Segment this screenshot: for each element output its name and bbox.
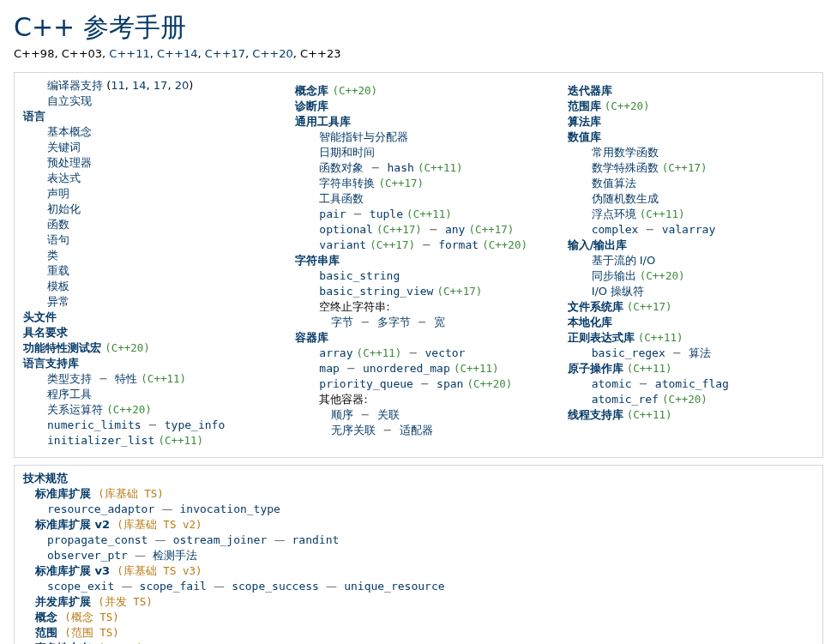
link-wide[interactable]: 宽 <box>434 316 445 328</box>
link-type-info[interactable]: type_info <box>165 418 225 431</box>
heading-headers[interactable]: 头文件 <box>23 310 57 323</box>
heading-named-req[interactable]: 具名要求 <box>23 326 68 339</box>
link-rel-ops[interactable]: 关系运算符 <box>47 403 103 416</box>
link-vector[interactable]: vector <box>425 346 465 359</box>
link-tuple[interactable]: tuple <box>370 208 403 220</box>
link-unique-resource[interactable]: unique_resource <box>344 580 444 593</box>
link-valarray[interactable]: valarray <box>662 223 716 236</box>
link-propagate-const[interactable]: propagate_const <box>47 533 148 546</box>
heading-iterators[interactable]: 迭代器库 <box>568 84 612 97</box>
link-common-math[interactable]: 常用数学函数 <box>592 146 659 159</box>
link-expressions[interactable]: 表达式 <box>47 172 81 184</box>
heading-algorithms[interactable]: 算法库 <box>568 115 601 128</box>
heading-localization[interactable]: 本地化库 <box>568 316 612 328</box>
heading-utilities[interactable]: 通用工具库 <box>295 115 351 128</box>
heading-diagnostics[interactable]: 诊断库 <box>295 99 328 112</box>
link-freestanding[interactable]: 自立实现 <box>47 94 92 107</box>
heading-feature-macros[interactable]: 功能特性测试宏 <box>23 341 101 354</box>
link-preprocessor[interactable]: 预处理器 <box>47 156 92 169</box>
heading-ranges[interactable]: 范围库 <box>568 99 601 112</box>
link-numeric-limits[interactable]: numeric_limits <box>47 418 142 431</box>
heading-lib-ext-v3[interactable]: 标准库扩展 v3 <box>35 564 110 577</box>
link-variant[interactable]: variant <box>319 238 366 251</box>
link-unordered[interactable]: 无序关联 <box>331 424 376 436</box>
heading-atomic[interactable]: 原子操作库 <box>568 362 623 375</box>
link-priority-queue[interactable]: priority_queue <box>319 377 413 390</box>
link-ostream-joiner[interactable]: ostream_joiner <box>173 533 268 546</box>
link-overloading[interactable]: 重载 <box>47 264 69 277</box>
link-atomic-ref[interactable]: atomic_ref <box>592 393 659 406</box>
link-exceptions[interactable]: 异常 <box>47 295 69 308</box>
link-function-objects[interactable]: 函数对象 <box>319 161 364 174</box>
std-cpp11[interactable]: C++11 <box>109 47 149 60</box>
std-cpp17[interactable]: C++17 <box>205 47 245 60</box>
link-traits[interactable]: 特性 <box>115 372 137 385</box>
heading-numerics[interactable]: 数值库 <box>568 130 601 143</box>
link-date-time[interactable]: 日期和时间 <box>319 146 375 159</box>
link-detection[interactable]: 检测手法 <box>153 549 197 562</box>
link-io-manip[interactable]: I/O 操纵符 <box>592 285 645 298</box>
heading-lib-ext-v2[interactable]: 标准库扩展 v2 <box>35 518 110 531</box>
link-adaptors[interactable]: 适配器 <box>400 424 433 436</box>
link-invocation-type[interactable]: invocation_type <box>180 503 280 515</box>
link-any[interactable]: any <box>445 223 465 236</box>
link-optional[interactable]: optional <box>319 223 373 236</box>
link-scope-exit[interactable]: scope_exit <box>47 580 114 593</box>
link-basic-concepts[interactable]: 基本概念 <box>47 125 92 138</box>
link-smart-pointers[interactable]: 智能指针与分配器 <box>319 130 408 143</box>
link-unordered-map[interactable]: unordered_map <box>363 362 450 375</box>
link-program-utils[interactable]: 程序工具 <box>47 388 92 400</box>
link-sequence[interactable]: 顺序 <box>331 408 353 421</box>
link-map[interactable]: map <box>319 362 339 375</box>
link-classes[interactable]: 类 <box>47 249 58 262</box>
link-initialization[interactable]: 初始化 <box>47 202 81 215</box>
link-functions[interactable]: 函数 <box>47 218 69 231</box>
heading-regex[interactable]: 正则表达式库 <box>568 331 635 344</box>
link-regex-algo[interactable]: 算法 <box>689 346 711 359</box>
heading-lib-ext[interactable]: 标准库扩展 <box>35 487 91 500</box>
link-special-math[interactable]: 数学特殊函数 <box>592 161 659 174</box>
heading-concurrency-ext[interactable]: 并发库扩展 <box>35 595 91 608</box>
link-randint[interactable]: randint <box>292 533 340 546</box>
link-keywords[interactable]: 关键词 <box>47 141 81 153</box>
link-templates[interactable]: 模板 <box>47 280 69 292</box>
heading-io[interactable]: 输入/输出库 <box>568 238 628 251</box>
link-numeric-algo[interactable]: 数值算法 <box>592 177 636 190</box>
link-pair[interactable]: pair <box>319 208 346 220</box>
link-complex[interactable]: complex <box>592 223 639 236</box>
heading-concepts[interactable]: 概念库 <box>295 84 328 97</box>
link-basic-regex[interactable]: basic_regex <box>592 346 665 359</box>
link-string-view[interactable]: basic_string_view <box>319 285 433 298</box>
link-14[interactable]: 14 <box>132 79 147 92</box>
link-string-conv[interactable]: 字符串转换 <box>319 177 375 190</box>
link-compiler-support[interactable]: 编译器支持 <box>47 79 103 92</box>
link-byte[interactable]: 字节 <box>331 316 353 328</box>
std-cpp14[interactable]: C++14 <box>157 47 197 60</box>
heading-lang-support[interactable]: 语言支持库 <box>23 357 79 370</box>
link-initializer-list[interactable]: initializer_list <box>47 434 154 447</box>
heading-filesystem[interactable]: 文件系统库 <box>568 300 623 313</box>
link-20[interactable]: 20 <box>175 79 190 92</box>
link-resource-adaptor[interactable]: resource_adaptor <box>47 503 154 515</box>
link-11[interactable]: 11 <box>111 79 125 92</box>
link-random[interactable]: 伪随机数生成 <box>592 192 659 205</box>
link-fenv[interactable]: 浮点环境 <box>592 208 636 220</box>
std-cpp20[interactable]: C++20 <box>252 47 292 60</box>
link-basic-string[interactable]: basic_string <box>319 269 400 282</box>
heading-containers[interactable]: 容器库 <box>295 331 328 344</box>
link-atomic[interactable]: atomic <box>592 377 632 390</box>
link-atomic-flag[interactable]: atomic_flag <box>655 377 729 390</box>
link-associative[interactable]: 关联 <box>377 408 400 421</box>
link-scope-fail[interactable]: scope_fail <box>140 580 207 593</box>
heading-thread[interactable]: 线程支持库 <box>568 408 623 421</box>
link-multibyte[interactable]: 多字节 <box>377 316 411 328</box>
link-type-support[interactable]: 类型支持 <box>47 372 92 385</box>
link-utility-functions[interactable]: 工具函数 <box>319 192 364 205</box>
link-format[interactable]: format <box>438 238 479 251</box>
link-span[interactable]: span <box>437 377 463 390</box>
link-stream-io[interactable]: 基于流的 I/O <box>592 254 656 267</box>
heading-strings[interactable]: 字符串库 <box>295 254 340 267</box>
heading-language[interactable]: 语言 <box>23 110 45 123</box>
link-sync-output[interactable]: 同步输出 <box>592 269 636 282</box>
heading-tech-specs[interactable]: 技术规范 <box>23 472 68 485</box>
